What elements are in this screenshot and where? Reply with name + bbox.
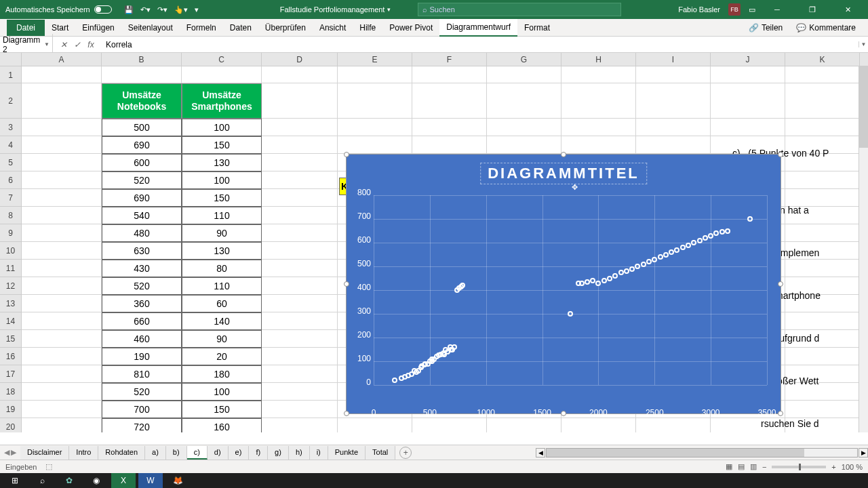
document-title[interactable]: Fallstudie Portfoliomanagement ▾ — [280, 5, 391, 14]
cell[interactable] — [262, 277, 338, 295]
view-break-icon[interactable]: ▥ — [750, 462, 757, 471]
table-cell[interactable]: 540 — [102, 207, 182, 224]
cell[interactable] — [22, 365, 102, 383]
cell[interactable] — [262, 66, 338, 83]
table-cell[interactable]: 110 — [182, 207, 262, 224]
resize-handle[interactable] — [344, 281, 349, 287]
chart-data-point[interactable] — [747, 216, 753, 222]
select-all-corner[interactable] — [0, 53, 22, 66]
table-cell[interactable]: 100 — [182, 171, 262, 189]
table-cell[interactable]: 660 — [102, 312, 182, 330]
cell[interactable] — [561, 136, 636, 154]
tab-einfuegen[interactable]: Einfügen — [75, 20, 121, 36]
sheet-nav-next-icon[interactable]: ▶ — [11, 448, 16, 457]
resize-handle[interactable] — [344, 152, 349, 157]
cell[interactable] — [22, 136, 102, 154]
view-normal-icon[interactable]: ▦ — [726, 462, 732, 471]
autosave-toggle[interactable]: Automatisches Speichern — [5, 5, 112, 14]
cell[interactable] — [636, 66, 711, 83]
cell[interactable] — [262, 242, 338, 260]
scroll-thumb[interactable] — [547, 449, 804, 457]
chart-data-point[interactable] — [607, 276, 612, 281]
ribbon-display-icon[interactable]: ▭ — [749, 5, 755, 14]
cell[interactable] — [487, 418, 561, 432]
chart-data-point[interactable] — [646, 259, 652, 264]
cell[interactable] — [338, 119, 412, 136]
row-header[interactable]: 6 — [0, 171, 22, 189]
row-header[interactable]: 10 — [0, 242, 22, 260]
chart-data-point[interactable] — [452, 344, 457, 350]
cell[interactable] — [636, 83, 711, 119]
chart-data-point[interactable] — [652, 257, 657, 262]
sheet-tab[interactable]: a) — [145, 446, 166, 460]
table-cell[interactable]: 130 — [182, 154, 262, 171]
cell[interactable] — [487, 119, 561, 136]
cell[interactable] — [487, 136, 561, 154]
sheet-tab[interactable]: b) — [166, 446, 187, 460]
col-header[interactable]: G — [487, 53, 561, 66]
scroll-thumb[interactable] — [859, 66, 868, 148]
table-cell[interactable]: 150 — [182, 401, 262, 418]
table-cell[interactable]: 500 — [102, 119, 182, 136]
table-cell[interactable]: 20 — [182, 348, 262, 365]
sheet-tab[interactable]: h) — [289, 446, 310, 460]
row-header[interactable]: 17 — [0, 365, 22, 383]
col-header[interactable]: H — [561, 53, 636, 66]
cell[interactable] — [487, 83, 561, 119]
cell[interactable] — [22, 207, 102, 224]
row-header[interactable]: 4 — [0, 136, 22, 154]
sheet-tab[interactable]: Rohdaten — [98, 446, 145, 460]
close-button[interactable]: ✕ — [834, 0, 861, 19]
name-box[interactable]: Diagramm 2 ▼ — [0, 34, 53, 56]
chart-data-point[interactable] — [635, 264, 640, 269]
cell[interactable] — [561, 418, 636, 432]
view-page-icon[interactable]: ▤ — [738, 462, 745, 471]
tab-ansicht[interactable]: Ansicht — [313, 20, 353, 36]
cell[interactable] — [412, 136, 487, 154]
cell[interactable] — [182, 66, 262, 83]
touch-icon[interactable]: 👆▾ — [174, 5, 188, 14]
col-header[interactable]: F — [412, 53, 487, 66]
chart-data-point[interactable] — [624, 268, 629, 274]
table-cell[interactable]: 100 — [182, 119, 262, 136]
table-cell[interactable]: 190 — [102, 348, 182, 365]
cell[interactable] — [262, 401, 338, 418]
cell[interactable] — [22, 277, 102, 295]
chart-data-point[interactable] — [585, 279, 590, 285]
sheet-tab[interactable]: Disclaimer — [20, 446, 69, 460]
table-cell[interactable]: 480 — [102, 224, 182, 242]
cell[interactable] — [636, 136, 711, 154]
minimize-button[interactable]: ─ — [764, 0, 791, 19]
maximize-button[interactable]: ❐ — [799, 0, 826, 19]
word-taskbar-icon[interactable]: W — [138, 473, 163, 488]
chart-data-point[interactable] — [703, 235, 708, 241]
chart-data-point[interactable] — [658, 254, 663, 260]
col-header[interactable]: C — [182, 53, 262, 66]
cell[interactable] — [22, 242, 102, 260]
col-header[interactable]: B — [102, 53, 182, 66]
cell[interactable] — [22, 83, 102, 119]
row-header[interactable]: 7 — [0, 189, 22, 207]
cell[interactable] — [22, 189, 102, 207]
chart-data-point[interactable] — [713, 230, 719, 236]
chart-data-point[interactable] — [590, 278, 595, 283]
cell[interactable] — [22, 224, 102, 242]
user-name[interactable]: Fabio Basler — [678, 5, 720, 14]
chart-data-point[interactable] — [691, 240, 696, 245]
cell[interactable] — [412, 66, 487, 83]
table-cell[interactable]: 520 — [102, 383, 182, 401]
table-cell[interactable]: 140 — [182, 312, 262, 330]
tab-format[interactable]: Format — [517, 20, 557, 36]
embedded-chart[interactable]: DIAGRAMMTITEL ✥ 010020030040050060070080… — [346, 154, 781, 414]
comments-button[interactable]: 💬Kommentare — [791, 20, 861, 35]
table-cell[interactable]: 160 — [182, 418, 262, 432]
tab-powerpivot[interactable]: Power Pivot — [382, 20, 439, 36]
cell[interactable] — [22, 66, 102, 83]
chart-data-point[interactable] — [595, 281, 601, 286]
scroll-left-icon[interactable]: ◀ — [536, 448, 545, 458]
table-cell[interactable]: 360 — [102, 295, 182, 312]
share-button[interactable]: 🔗Teilen — [743, 20, 788, 35]
chart-title[interactable]: DIAGRAMMTITEL — [480, 163, 647, 184]
cell[interactable] — [22, 295, 102, 312]
resize-handle[interactable] — [778, 411, 783, 416]
